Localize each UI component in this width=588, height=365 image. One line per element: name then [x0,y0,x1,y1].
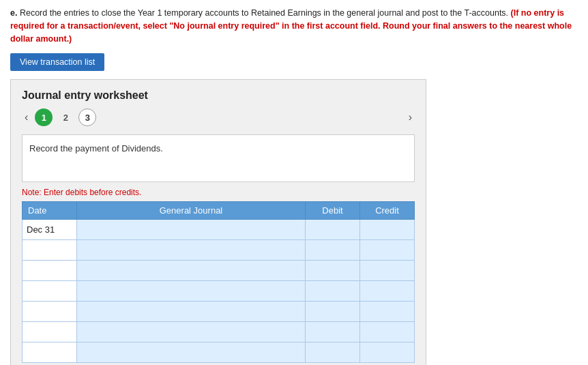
credit-cell[interactable] [360,322,415,342]
general-journal-input[interactable] [81,348,301,357]
credit-input[interactable] [364,246,410,255]
credit-cell[interactable] [360,261,415,281]
general-journal-cell[interactable] [77,220,306,240]
general-journal-input[interactable] [81,266,301,276]
credit-input[interactable] [364,266,410,276]
description-box: Record the payment of Dividends. [22,134,415,182]
debit-input[interactable] [310,225,355,235]
note-text: Note: Enter debits before credits. [22,188,415,197]
date-cell [23,342,77,363]
view-transaction-button[interactable]: View transaction list [10,53,104,71]
journal-table: Date General Journal Debit Credit Dec 31 [22,201,415,363]
debit-cell[interactable] [306,302,360,322]
general-journal-cell[interactable] [77,240,306,261]
general-journal-input[interactable] [81,327,301,337]
credit-input[interactable] [364,287,410,296]
debit-cell[interactable] [306,240,360,261]
debit-input[interactable] [310,246,355,255]
table-row [23,322,415,342]
date-cell [23,281,77,302]
date-cell [23,322,77,342]
general-journal-input[interactable] [81,307,301,317]
table-row [23,342,415,363]
next-page-button[interactable]: › [406,111,415,123]
debit-input[interactable] [310,266,355,276]
date-cell [23,261,77,281]
general-journal-cell[interactable] [77,342,306,363]
table-row [23,302,415,322]
general-journal-input[interactable] [81,225,301,235]
general-journal-input[interactable] [81,246,301,255]
credit-input[interactable] [364,327,410,337]
debit-input[interactable] [310,327,355,337]
credit-cell[interactable] [360,281,415,302]
credit-input[interactable] [364,225,410,235]
debit-cell[interactable] [306,342,360,363]
table-row: Dec 31 [23,220,415,240]
header-debit: Debit [306,202,360,220]
instruction-label: e. [10,8,17,18]
general-journal-cell[interactable] [77,281,306,302]
navigation-row: ‹ 1 2 3 › [22,108,415,126]
general-journal-cell[interactable] [77,261,306,281]
debit-input[interactable] [310,307,355,317]
header-general-journal: General Journal [77,202,306,220]
table-row [23,240,415,261]
debit-cell[interactable] [306,220,360,240]
debit-cell[interactable] [306,261,360,281]
table-row [23,281,415,302]
date-cell: Dec 31 [23,220,77,240]
page-2-button[interactable]: 2 [57,108,74,126]
general-journal-cell[interactable] [77,302,306,322]
header-credit: Credit [360,202,415,220]
instruction-text: Record the entries to close the Year 1 t… [17,8,508,18]
credit-cell[interactable] [360,240,415,261]
page-3-button[interactable]: 3 [78,108,96,126]
debit-cell[interactable] [306,281,360,302]
credit-cell[interactable] [360,342,415,363]
general-journal-input[interactable] [81,287,301,296]
credit-input[interactable] [364,348,410,357]
date-cell [23,302,77,322]
worksheet-title: Journal entry worksheet [22,89,415,102]
worksheet-container: Journal entry worksheet ‹ 1 2 3 › Record… [10,79,426,365]
credit-cell[interactable] [360,220,415,240]
prev-page-button[interactable]: ‹ [22,111,31,123]
credit-cell[interactable] [360,302,415,322]
date-cell [23,240,77,261]
debit-cell[interactable] [306,322,360,342]
instructions: e. Record the entries to close the Year … [10,7,578,45]
description-text: Record the payment of Dividends. [29,143,163,154]
general-journal-cell[interactable] [77,322,306,342]
header-date: Date [23,202,77,220]
credit-input[interactable] [364,307,410,317]
debit-input[interactable] [310,348,355,357]
debit-input[interactable] [310,287,355,296]
page-1-button[interactable]: 1 [35,108,53,126]
table-row [23,261,415,281]
